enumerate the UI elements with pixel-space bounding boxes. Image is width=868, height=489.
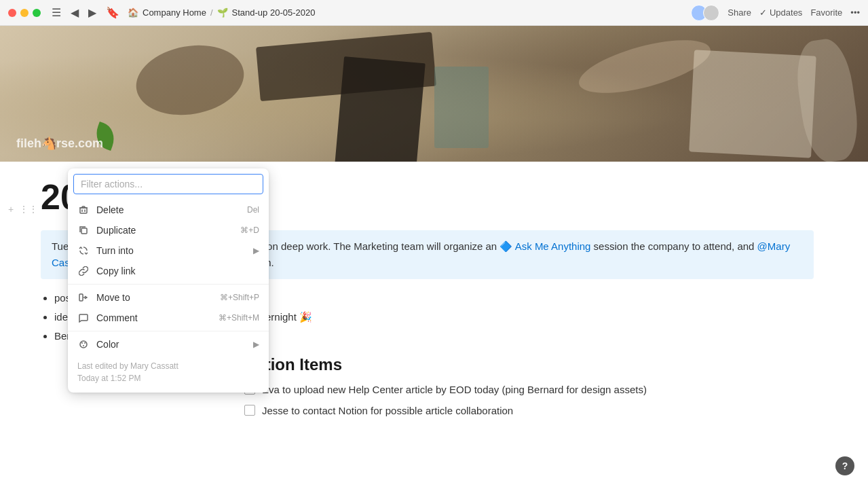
ask-me-link[interactable]: Ask Me Anything: [515, 240, 591, 252]
navigation-buttons: ☰ ◀ ▶ 🔖: [49, 5, 122, 20]
menu-item-delete-left: Delete: [77, 204, 124, 216]
content-area: + ⋮⋮ 20-05-2020 Tuesday stand-ups and us…: [0, 162, 868, 489]
breadcrumb-page-label[interactable]: Stand-up 20-05-2020: [232, 7, 316, 18]
menu-duplicate-label: Duplicate: [96, 225, 136, 236]
menu-item-delete[interactable]: Delete Del: [68, 200, 269, 220]
svg-rect-0: [80, 208, 87, 213]
menu-divider-1: [68, 284, 269, 285]
svg-rect-5: [79, 294, 83, 301]
palette-icon: [77, 338, 90, 350]
copy-icon: [77, 224, 90, 236]
menu-item-color-left: Color: [77, 338, 119, 350]
minimize-button[interactable]: [20, 9, 29, 17]
maximize-button[interactable]: [33, 9, 41, 17]
menu-footer-line1: Last edited by Mary Cassatt: [77, 360, 259, 372]
user-avatars: [691, 5, 719, 21]
breadcrumb: 🏠 Company Home / 🌱 Stand-up 20-05-2020: [128, 7, 691, 18]
help-button[interactable]: ?: [835, 456, 854, 475]
menu-item-copy-link-left: Copy link: [77, 265, 136, 277]
close-button[interactable]: [8, 9, 16, 17]
color-arrow: ▶: [253, 340, 259, 349]
traffic-lights: [8, 9, 41, 17]
hero-decorative-shape3: [335, 56, 425, 162]
hamburger-icon[interactable]: ☰: [49, 5, 64, 20]
menu-move-to-label: Move to: [96, 292, 130, 303]
menu-turn-into-label: Turn into: [96, 245, 134, 256]
more-button[interactable]: •••: [850, 7, 860, 18]
action-item-label-1: Eva to upload new Help Center article by…: [262, 382, 647, 398]
filter-actions-input[interactable]: [73, 174, 263, 194]
hero-shape6: [689, 50, 816, 158]
context-menu: Delete Del Duplicate ⌘+D: [68, 168, 269, 393]
add-block-button[interactable]: +: [7, 202, 15, 216]
action-item-2: Jesse to contact Notion for possible art…: [244, 403, 814, 419]
breadcrumb-page-icon: 🌱: [217, 7, 228, 18]
duplicate-shortcut: ⌘+D: [240, 225, 259, 235]
checkbox-2[interactable]: [244, 405, 255, 416]
svg-point-8: [84, 342, 86, 344]
move-to-shortcut: ⌘+Shift+P: [220, 293, 259, 302]
drag-handle[interactable]: ⋮⋮: [18, 202, 39, 216]
action-item-label-2: Jesse to contact Notion for possible art…: [262, 403, 513, 419]
breadcrumb-separator: /: [210, 7, 213, 18]
svg-point-6: [80, 341, 87, 348]
checkmark-icon: ✓: [759, 7, 767, 18]
titlebar: ☰ ◀ ▶ 🔖 🏠 Company Home / 🌱 Stand-up 20-0…: [0, 0, 868, 26]
turn-into-arrow: ▶: [253, 246, 259, 255]
turn-into-icon: [77, 244, 90, 257]
menu-comment-label: Comment: [96, 312, 138, 323]
breadcrumb-home-label[interactable]: Company Home: [143, 7, 206, 18]
hero-shape4: [434, 67, 489, 148]
back-button[interactable]: ◀: [68, 5, 81, 20]
menu-footer: Last edited by Mary Cassatt Today at 1:5…: [68, 355, 269, 387]
trash-icon: [77, 204, 90, 216]
menu-item-copy-link[interactable]: Copy link: [68, 261, 269, 281]
link-icon: [77, 265, 90, 277]
svg-point-9: [83, 345, 84, 346]
body-text-2: session the company to attend, and: [594, 240, 755, 252]
titlebar-actions: Share ✓ Updates Favorite •••: [691, 5, 860, 21]
delete-shortcut: Del: [247, 205, 259, 215]
share-button[interactable]: Share: [728, 7, 751, 18]
comment-icon: [77, 312, 90, 324]
menu-copy-link-label: Copy link: [96, 266, 136, 276]
menu-item-turn-into[interactable]: Turn into ▶: [68, 240, 269, 261]
bookmark-icon[interactable]: 🔖: [103, 5, 122, 20]
menu-footer-line2: Today at 1:52 PM: [77, 372, 259, 384]
favorite-button[interactable]: Favorite: [810, 7, 842, 18]
svg-point-7: [81, 342, 83, 344]
avatar: [703, 5, 719, 21]
menu-item-duplicate-left: Duplicate: [77, 224, 136, 236]
hero-image: fileh🐴rse.com: [0, 26, 868, 162]
action-items-section: Action Items Eva to upload new Help Cent…: [244, 355, 814, 418]
action-items-title: Action Items: [244, 355, 814, 374]
menu-delete-label: Delete: [96, 204, 124, 215]
ask-me-icon: 🔷: [499, 240, 512, 252]
menu-color-label: Color: [96, 339, 119, 350]
menu-item-comment-left: Comment: [77, 312, 138, 324]
menu-item-move-to-left: Move to: [77, 291, 130, 304]
menu-item-move-to[interactable]: Move to ⌘+Shift+P: [68, 287, 269, 308]
menu-search-container: [73, 174, 263, 194]
menu-divider-2: [68, 331, 269, 331]
menu-item-duplicate[interactable]: Duplicate ⌘+D: [68, 220, 269, 240]
menu-item-color[interactable]: Color ▶: [68, 334, 269, 355]
left-gutter: + ⋮⋮: [0, 162, 41, 489]
breadcrumb-home-icon: 🏠: [128, 7, 138, 18]
comment-shortcut: ⌘+Shift+M: [219, 313, 259, 323]
move-icon: [77, 291, 90, 304]
menu-item-turn-into-left: Turn into: [77, 244, 134, 257]
block-controls: + ⋮⋮: [7, 202, 39, 216]
svg-rect-4: [81, 228, 87, 234]
action-item-1: Eva to upload new Help Center article by…: [244, 382, 814, 398]
updates-button[interactable]: ✓ Updates: [759, 7, 802, 18]
forward-button[interactable]: ▶: [86, 5, 99, 20]
menu-item-comment[interactable]: Comment ⌘+Shift+M: [68, 308, 269, 328]
